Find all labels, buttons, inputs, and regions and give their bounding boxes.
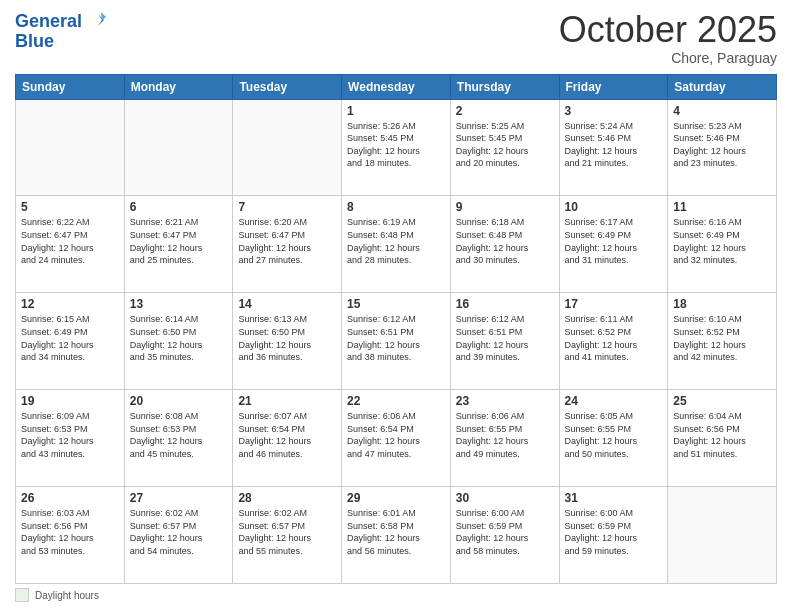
calendar-cell: 29Sunrise: 6:01 AM Sunset: 6:58 PM Dayli… [342,487,451,584]
day-info: Sunrise: 6:18 AM Sunset: 6:48 PM Dayligh… [456,216,554,266]
day-info: Sunrise: 5:23 AM Sunset: 5:46 PM Dayligh… [673,120,771,170]
calendar-cell [16,99,125,196]
day-info: Sunrise: 6:09 AM Sunset: 6:53 PM Dayligh… [21,410,119,460]
day-number: 31 [565,491,663,505]
calendar-cell: 5Sunrise: 6:22 AM Sunset: 6:47 PM Daylig… [16,196,125,293]
calendar-header-row: SundayMondayTuesdayWednesdayThursdayFrid… [16,74,777,99]
calendar-header-friday: Friday [559,74,668,99]
calendar-cell: 24Sunrise: 6:05 AM Sunset: 6:55 PM Dayli… [559,390,668,487]
calendar-header-sunday: Sunday [16,74,125,99]
day-number: 30 [456,491,554,505]
calendar-cell: 25Sunrise: 6:04 AM Sunset: 6:56 PM Dayli… [668,390,777,487]
day-number: 13 [130,297,228,311]
day-info: Sunrise: 6:12 AM Sunset: 6:51 PM Dayligh… [347,313,445,363]
calendar-header-saturday: Saturday [668,74,777,99]
calendar-week-row: 12Sunrise: 6:15 AM Sunset: 6:49 PM Dayli… [16,293,777,390]
calendar-cell: 11Sunrise: 6:16 AM Sunset: 6:49 PM Dayli… [668,196,777,293]
day-info: Sunrise: 5:25 AM Sunset: 5:45 PM Dayligh… [456,120,554,170]
day-info: Sunrise: 6:13 AM Sunset: 6:50 PM Dayligh… [238,313,336,363]
day-info: Sunrise: 6:20 AM Sunset: 6:47 PM Dayligh… [238,216,336,266]
day-number: 3 [565,104,663,118]
calendar-cell: 8Sunrise: 6:19 AM Sunset: 6:48 PM Daylig… [342,196,451,293]
day-number: 2 [456,104,554,118]
calendar-cell: 27Sunrise: 6:02 AM Sunset: 6:57 PM Dayli… [124,487,233,584]
header: General Blue October 2025 Chore, Paragua… [15,10,777,66]
month-title: October 2025 [559,10,777,50]
day-number: 19 [21,394,119,408]
calendar-cell: 3Sunrise: 5:24 AM Sunset: 5:46 PM Daylig… [559,99,668,196]
day-info: Sunrise: 6:16 AM Sunset: 6:49 PM Dayligh… [673,216,771,266]
calendar-cell: 9Sunrise: 6:18 AM Sunset: 6:48 PM Daylig… [450,196,559,293]
day-number: 8 [347,200,445,214]
calendar-cell [668,487,777,584]
day-info: Sunrise: 6:00 AM Sunset: 6:59 PM Dayligh… [456,507,554,557]
day-info: Sunrise: 6:06 AM Sunset: 6:55 PM Dayligh… [456,410,554,460]
day-number: 16 [456,297,554,311]
day-number: 20 [130,394,228,408]
day-number: 24 [565,394,663,408]
calendar-cell: 23Sunrise: 6:06 AM Sunset: 6:55 PM Dayli… [450,390,559,487]
calendar-header-wednesday: Wednesday [342,74,451,99]
day-number: 21 [238,394,336,408]
day-info: Sunrise: 6:08 AM Sunset: 6:53 PM Dayligh… [130,410,228,460]
day-number: 28 [238,491,336,505]
day-number: 5 [21,200,119,214]
location-subtitle: Chore, Paraguay [559,50,777,66]
calendar-header-tuesday: Tuesday [233,74,342,99]
calendar-cell: 10Sunrise: 6:17 AM Sunset: 6:49 PM Dayli… [559,196,668,293]
calendar-header-thursday: Thursday [450,74,559,99]
day-info: Sunrise: 6:07 AM Sunset: 6:54 PM Dayligh… [238,410,336,460]
day-info: Sunrise: 6:21 AM Sunset: 6:47 PM Dayligh… [130,216,228,266]
daylight-label: Daylight hours [35,590,99,601]
logo-blue: Blue [15,32,106,50]
page: General Blue October 2025 Chore, Paragua… [0,0,792,612]
day-number: 22 [347,394,445,408]
day-info: Sunrise: 6:10 AM Sunset: 6:52 PM Dayligh… [673,313,771,363]
day-number: 14 [238,297,336,311]
day-number: 6 [130,200,228,214]
calendar-cell [124,99,233,196]
day-info: Sunrise: 6:22 AM Sunset: 6:47 PM Dayligh… [21,216,119,266]
day-info: Sunrise: 6:02 AM Sunset: 6:57 PM Dayligh… [238,507,336,557]
calendar-cell: 19Sunrise: 6:09 AM Sunset: 6:53 PM Dayli… [16,390,125,487]
calendar-cell: 4Sunrise: 5:23 AM Sunset: 5:46 PM Daylig… [668,99,777,196]
day-number: 1 [347,104,445,118]
calendar-cell: 17Sunrise: 6:11 AM Sunset: 6:52 PM Dayli… [559,293,668,390]
day-number: 17 [565,297,663,311]
day-info: Sunrise: 6:00 AM Sunset: 6:59 PM Dayligh… [565,507,663,557]
daylight-box [15,588,29,602]
calendar-cell: 16Sunrise: 6:12 AM Sunset: 6:51 PM Dayli… [450,293,559,390]
calendar-cell: 26Sunrise: 6:03 AM Sunset: 6:56 PM Dayli… [16,487,125,584]
calendar-cell: 13Sunrise: 6:14 AM Sunset: 6:50 PM Dayli… [124,293,233,390]
calendar-cell: 15Sunrise: 6:12 AM Sunset: 6:51 PM Dayli… [342,293,451,390]
day-number: 4 [673,104,771,118]
calendar-cell [233,99,342,196]
day-number: 25 [673,394,771,408]
day-number: 9 [456,200,554,214]
day-info: Sunrise: 6:17 AM Sunset: 6:49 PM Dayligh… [565,216,663,266]
calendar-cell: 31Sunrise: 6:00 AM Sunset: 6:59 PM Dayli… [559,487,668,584]
calendar-header-monday: Monday [124,74,233,99]
day-info: Sunrise: 6:05 AM Sunset: 6:55 PM Dayligh… [565,410,663,460]
day-number: 23 [456,394,554,408]
calendar-cell: 6Sunrise: 6:21 AM Sunset: 6:47 PM Daylig… [124,196,233,293]
day-number: 26 [21,491,119,505]
calendar-week-row: 19Sunrise: 6:09 AM Sunset: 6:53 PM Dayli… [16,390,777,487]
calendar-cell: 12Sunrise: 6:15 AM Sunset: 6:49 PM Dayli… [16,293,125,390]
footer: Daylight hours [15,588,777,602]
day-info: Sunrise: 6:12 AM Sunset: 6:51 PM Dayligh… [456,313,554,363]
day-number: 7 [238,200,336,214]
day-number: 18 [673,297,771,311]
calendar-week-row: 1Sunrise: 5:26 AM Sunset: 5:45 PM Daylig… [16,99,777,196]
calendar-cell: 20Sunrise: 6:08 AM Sunset: 6:53 PM Dayli… [124,390,233,487]
day-number: 11 [673,200,771,214]
day-info: Sunrise: 6:15 AM Sunset: 6:49 PM Dayligh… [21,313,119,363]
day-info: Sunrise: 6:01 AM Sunset: 6:58 PM Dayligh… [347,507,445,557]
day-number: 29 [347,491,445,505]
day-number: 10 [565,200,663,214]
calendar-week-row: 26Sunrise: 6:03 AM Sunset: 6:56 PM Dayli… [16,487,777,584]
day-info: Sunrise: 6:02 AM Sunset: 6:57 PM Dayligh… [130,507,228,557]
day-info: Sunrise: 6:04 AM Sunset: 6:56 PM Dayligh… [673,410,771,460]
calendar-cell: 7Sunrise: 6:20 AM Sunset: 6:47 PM Daylig… [233,196,342,293]
day-number: 27 [130,491,228,505]
